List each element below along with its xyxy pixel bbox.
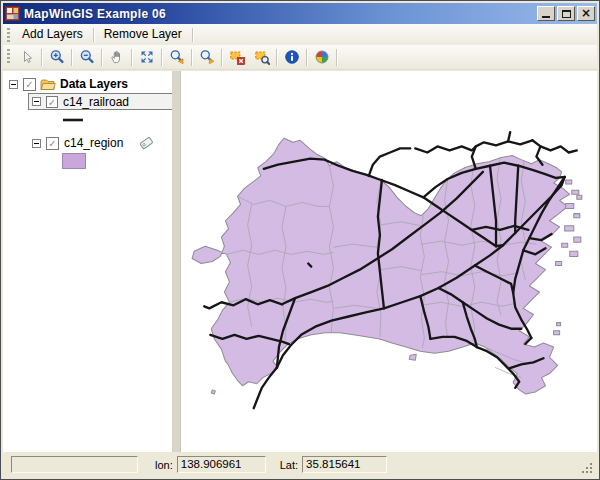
layer-label-region[interactable]: c14_region	[64, 136, 123, 150]
tree-node-data-layers: ✓ Data Layers	[9, 76, 172, 92]
map-panel	[180, 71, 597, 452]
toolbar-separator	[191, 49, 192, 66]
resize-grip[interactable]	[581, 462, 594, 475]
lon-label: lon:	[155, 459, 173, 471]
lon-value-box: 138.906961	[177, 456, 266, 473]
region-layer	[192, 138, 582, 394]
zoom-previous-icon	[169, 49, 185, 65]
toolbar-separator	[41, 49, 42, 66]
zoom-next-icon	[199, 49, 215, 65]
toolbar-separator	[276, 49, 277, 66]
panel-splitter[interactable]	[172, 71, 180, 452]
toolbar-separator	[101, 49, 102, 66]
tree-node-region: ✓ c14_region	[32, 135, 172, 151]
zoom-in-button[interactable]	[44, 47, 69, 68]
zoom-to-selection-button[interactable]	[249, 47, 274, 68]
menu-separator	[93, 28, 94, 42]
lat-value-box: 35.815641	[302, 456, 387, 473]
window-title: MapWinGIS Example 06	[24, 7, 535, 21]
app-window: MapWinGIS Example 06 × Add Layers Remove…	[0, 0, 600, 480]
layers-panel: ✓ Data Layers ✓ c14_railroad ✓ c14_regio…	[3, 71, 172, 452]
clear-selection-icon	[229, 49, 245, 65]
collapse-toggle[interactable]	[32, 97, 41, 106]
menu-item-add-layers[interactable]: Add Layers	[14, 25, 91, 44]
toolbar-separator	[161, 49, 162, 66]
pointer-button[interactable]	[14, 47, 39, 68]
pointer-icon	[19, 49, 35, 65]
collapse-toggle[interactable]	[32, 139, 41, 148]
toolbar-separator	[131, 49, 132, 66]
app-icon	[5, 6, 20, 21]
zoom-in-icon	[49, 49, 65, 65]
toolbar-grip-handle[interactable]	[7, 49, 10, 65]
pan-button[interactable]	[104, 47, 129, 68]
close-button[interactable]: ×	[577, 6, 595, 21]
toolbar-separator	[71, 49, 72, 66]
menu-separator	[192, 28, 193, 42]
zoom-full-extent-button[interactable]	[134, 47, 159, 68]
maximize-icon	[562, 10, 571, 18]
minimize-button[interactable]	[537, 6, 555, 21]
tag-icon	[138, 135, 154, 151]
toolbar-separator	[336, 49, 337, 66]
region-legend-swatch	[62, 153, 86, 169]
layer-label-railroad[interactable]: c14_railroad	[63, 95, 129, 109]
layer-checkbox[interactable]: ✓	[23, 78, 36, 91]
toolbar-separator	[221, 49, 222, 66]
lat-label: Lat:	[280, 459, 298, 471]
menu-grip-handle[interactable]	[7, 28, 10, 42]
tree-root-label[interactable]: Data Layers	[60, 77, 128, 91]
zoom-previous-button[interactable]	[164, 47, 189, 68]
folder-icon	[40, 78, 56, 91]
zoom-out-icon	[79, 49, 95, 65]
title-bar: MapWinGIS Example 06 ×	[3, 3, 597, 24]
layer-checkbox[interactable]: ✓	[46, 137, 59, 150]
status-bar: lon: 138.906961 Lat: 35.815641	[3, 452, 597, 477]
symbology-color-wheel-icon	[314, 49, 330, 65]
symbology-button[interactable]	[309, 47, 334, 68]
zoom-next-button[interactable]	[194, 47, 219, 68]
identify-button[interactable]	[279, 47, 304, 68]
clear-selection-button[interactable]	[224, 47, 249, 68]
minimize-icon	[542, 16, 550, 18]
menu-strip: Add Layers Remove Layer	[3, 24, 597, 45]
pan-hand-icon	[109, 49, 125, 65]
toolbar-separator	[306, 49, 307, 66]
menu-item-remove-layer[interactable]: Remove Layer	[96, 25, 190, 44]
content-area: ✓ Data Layers ✓ c14_railroad ✓ c14_regio…	[3, 71, 597, 452]
layer-checkbox[interactable]: ✓	[46, 96, 58, 108]
railroad-legend-swatch	[62, 118, 84, 122]
tree-node-railroad-selected[interactable]: ✓ c14_railroad	[28, 93, 172, 110]
maximize-button[interactable]	[557, 6, 575, 21]
collapse-toggle[interactable]	[9, 80, 18, 89]
close-icon: ×	[581, 7, 591, 19]
status-panel-empty	[11, 456, 138, 473]
zoom-full-extent-icon	[139, 49, 155, 65]
tool-strip	[3, 45, 597, 70]
zoom-to-selection-icon	[254, 49, 270, 65]
identify-icon	[284, 49, 300, 65]
map-canvas[interactable]	[181, 71, 597, 452]
zoom-out-button[interactable]	[74, 47, 99, 68]
